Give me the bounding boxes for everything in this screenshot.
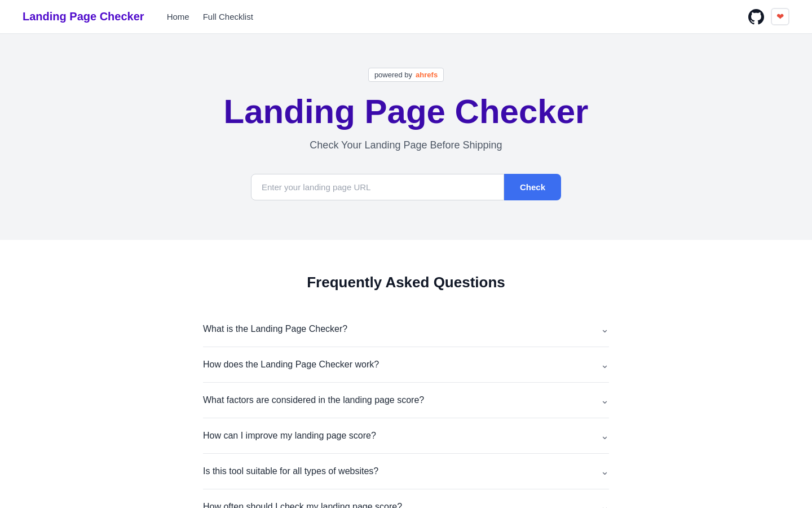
ahrefs-brand: ahrefs [416,71,438,79]
faq-item[interactable]: How does the Landing Page Checker work?⌄ [203,347,609,383]
nav-home-link[interactable]: Home [167,12,189,21]
hero-title: Landing Page Checker [224,93,589,130]
faq-title: Frequently Asked Questions [203,274,609,291]
navbar-right: ❤ [748,8,789,25]
faq-item[interactable]: How can I improve my landing page score?… [203,418,609,454]
ko-fi-button[interactable]: ❤ [771,8,789,25]
nav-full-checklist-link[interactable]: Full Checklist [203,12,253,21]
faq-question: How does the Landing Page Checker work? [203,360,379,370]
chevron-down-icon: ⌄ [601,323,609,335]
nav-links: Home Full Checklist [167,12,253,21]
navbar: Landing Page Checker Home Full Checklist… [0,0,812,34]
hero-subtitle: Check Your Landing Page Before Shipping [310,139,502,151]
faq-section: Frequently Asked Questions What is the L… [0,240,812,508]
faq-question: Is this tool suitable for all types of w… [203,466,378,476]
chevron-down-icon: ⌄ [601,430,609,442]
powered-by-label: powered by [374,71,412,79]
chevron-down-icon: ⌄ [601,358,609,371]
faq-list: What is the Landing Page Checker?⌄How do… [203,312,609,508]
faq-question: How can I improve my landing page score? [203,431,376,441]
check-button[interactable]: Check [504,174,561,200]
navbar-left: Landing Page Checker Home Full Checklist [23,10,253,23]
chevron-down-icon: ⌄ [601,501,609,508]
faq-question: What is the Landing Page Checker? [203,324,347,334]
github-icon[interactable] [748,9,764,25]
faq-item[interactable]: What factors are considered in the landi… [203,383,609,418]
faq-question: What factors are considered in the landi… [203,395,424,405]
faq-item[interactable]: How often should I check my landing page… [203,489,609,508]
nav-logo[interactable]: Landing Page Checker [23,10,144,23]
faq-item[interactable]: What is the Landing Page Checker?⌄ [203,312,609,347]
powered-by-badge: powered by ahrefs [368,68,444,82]
faq-item[interactable]: Is this tool suitable for all types of w… [203,454,609,489]
faq-question: How often should I check my landing page… [203,502,402,508]
chevron-down-icon: ⌄ [601,465,609,478]
ko-fi-heart-icon: ❤ [776,11,784,22]
chevron-down-icon: ⌄ [601,394,609,406]
hero-section: powered by ahrefs Landing Page Checker C… [0,34,812,240]
url-input[interactable] [251,174,504,200]
search-row: Check [251,174,561,200]
